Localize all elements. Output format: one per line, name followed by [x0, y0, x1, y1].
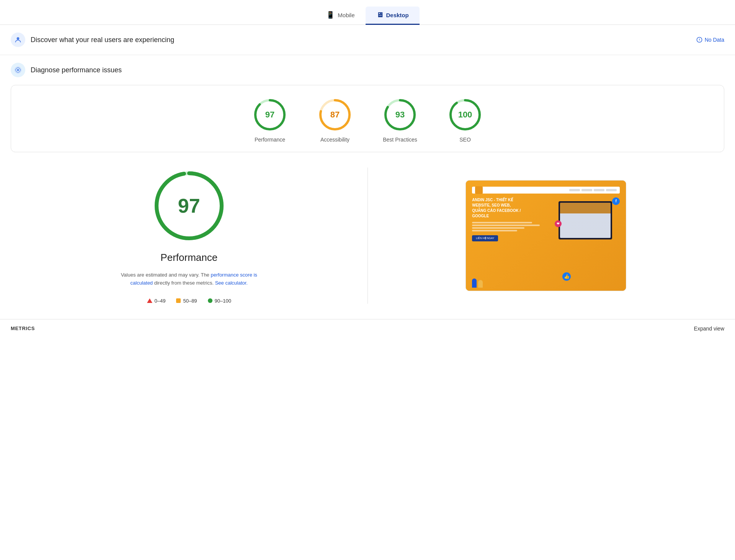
discover-title: Discover what your real users are experi… — [31, 36, 691, 44]
screenshot-inner: ANDIN JSC - THIẾT KẾ WEBSITE, SEO WEB, Q… — [466, 181, 626, 291]
performance-circle: 97 — [253, 98, 287, 132]
discover-icon-circle — [11, 33, 25, 47]
sc-desc-lines — [472, 222, 547, 231]
tab-desktop-label: Desktop — [386, 12, 409, 18]
legend-high: 90–100 — [208, 298, 231, 304]
performance-score: 97 — [265, 110, 274, 120]
nav-item — [581, 189, 592, 191]
sc-desc-line — [472, 227, 524, 229]
diagnose-title: Diagnose performance issues — [31, 66, 724, 74]
screenshot-nav — [569, 189, 617, 191]
sc-person-left — [472, 278, 477, 288]
legend-row: 0–49 50–89 90–100 — [147, 298, 231, 304]
metrics-label: METRICS — [11, 326, 35, 331]
tab-mobile[interactable]: 📱 Mobile — [315, 6, 365, 25]
performance-label: Performance — [255, 137, 285, 143]
sc-left: ANDIN JSC - THIẾT KẾ WEBSITE, SEO WEB, Q… — [472, 197, 547, 285]
sc-monitor — [559, 201, 612, 239]
best-practices-score: 93 — [395, 110, 405, 120]
svg-point-0 — [17, 37, 20, 40]
vertical-divider — [368, 168, 368, 304]
sc-desc-line — [472, 225, 539, 226]
sc-title: ANDIN JSC - THIẾT KẾ WEBSITE, SEO WEB, Q… — [472, 197, 526, 219]
scores-row: 97 Performance 87 Accessibility — [26, 98, 709, 143]
metrics-footer: METRICS Expand view — [0, 319, 735, 338]
screenshot-logo — [475, 186, 483, 194]
accessibility-label: Accessibility — [320, 137, 350, 143]
sc-desc-line — [472, 222, 532, 223]
description-text: Values are estimated and may vary. The p… — [116, 271, 262, 287]
legend-low: 0–49 — [147, 298, 166, 304]
tab-mobile-label: Mobile — [338, 12, 354, 18]
screenshot-topbar — [472, 187, 620, 194]
right-panel: ANDIN JSC - THIẾT KẾ WEBSITE, SEO WEB, Q… — [383, 168, 709, 304]
seo-score: 100 — [458, 110, 472, 120]
legend-medium: 50–89 — [176, 298, 197, 304]
diagnose-header: Diagnose performance issues — [11, 63, 724, 77]
score-seo[interactable]: 100 SEO — [448, 98, 482, 143]
sc-desc-line — [472, 230, 517, 231]
legend-high-range: 90–100 — [215, 298, 231, 304]
main-score-circle: 97 — [151, 168, 227, 244]
sc-monitor-screen — [560, 203, 611, 238]
diagnose-section: Diagnose performance issues 97 Performan… — [0, 55, 735, 315]
no-data-button[interactable]: No Data — [696, 37, 724, 43]
sc-people — [472, 278, 483, 288]
main-content: 97 Performance Values are estimated and … — [11, 152, 724, 315]
diagnose-icon-circle — [11, 63, 25, 77]
sc-monitor-content — [560, 203, 611, 238]
score-accessibility[interactable]: 87 Accessibility — [318, 98, 352, 143]
scores-card: 97 Performance 87 Accessibility — [11, 85, 724, 152]
legend-circle-green — [208, 298, 212, 303]
seo-label: SEO — [459, 137, 471, 143]
accessibility-score: 87 — [330, 110, 340, 120]
users-icon — [14, 36, 22, 44]
score-best-practices[interactable]: 93 Best Practices — [383, 98, 417, 143]
nav-item — [606, 189, 617, 191]
svg-point-2 — [17, 69, 19, 71]
sc-facebook-icon: f — [612, 197, 620, 205]
tab-desktop[interactable]: 🖥 Desktop — [366, 7, 420, 25]
left-panel: 97 Performance Values are estimated and … — [26, 168, 352, 304]
legend-square-orange — [176, 298, 181, 303]
main-score-value: 97 — [178, 194, 200, 217]
sc-person-right — [478, 280, 483, 288]
legend-medium-range: 50–89 — [183, 298, 197, 304]
no-data-label: No Data — [705, 37, 724, 43]
main-score-label: Performance — [160, 252, 217, 264]
tab-bar: 📱 Mobile 🖥 Desktop — [0, 0, 735, 25]
best-practices-circle: 93 — [383, 98, 417, 132]
target-icon — [14, 66, 22, 74]
nav-item — [594, 189, 604, 191]
desktop-icon: 🖥 — [376, 11, 383, 19]
score-performance[interactable]: 97 Performance — [253, 98, 287, 143]
legend-triangle-red — [147, 298, 152, 303]
sc-right: f ❤ 👍 — [551, 197, 620, 285]
info-icon — [696, 37, 702, 43]
desc-before: Values are estimated and may vary. The — [121, 272, 209, 278]
expand-view-link[interactable]: Expand view — [694, 326, 724, 332]
legend-low-range: 0–49 — [155, 298, 166, 304]
screenshot-frame: ANDIN JSC - THIẾT KẾ WEBSITE, SEO WEB, Q… — [466, 180, 626, 291]
mobile-icon: 📱 — [326, 11, 335, 19]
sc-button: LIÊN HỆ NGAY — [472, 235, 498, 241]
accessibility-circle: 87 — [318, 98, 352, 132]
sc-instagram-icon: ❤ — [555, 220, 562, 227]
calculator-link[interactable]: See calculator. — [215, 280, 248, 286]
best-practices-label: Best Practices — [383, 137, 417, 143]
screenshot-content: ANDIN JSC - THIẾT KẾ WEBSITE, SEO WEB, Q… — [472, 197, 620, 285]
discover-section: Discover what your real users are experi… — [0, 25, 735, 55]
seo-circle: 100 — [448, 98, 482, 132]
sc-thumbsup-icon: 👍 — [562, 272, 571, 281]
nav-item — [569, 189, 580, 191]
